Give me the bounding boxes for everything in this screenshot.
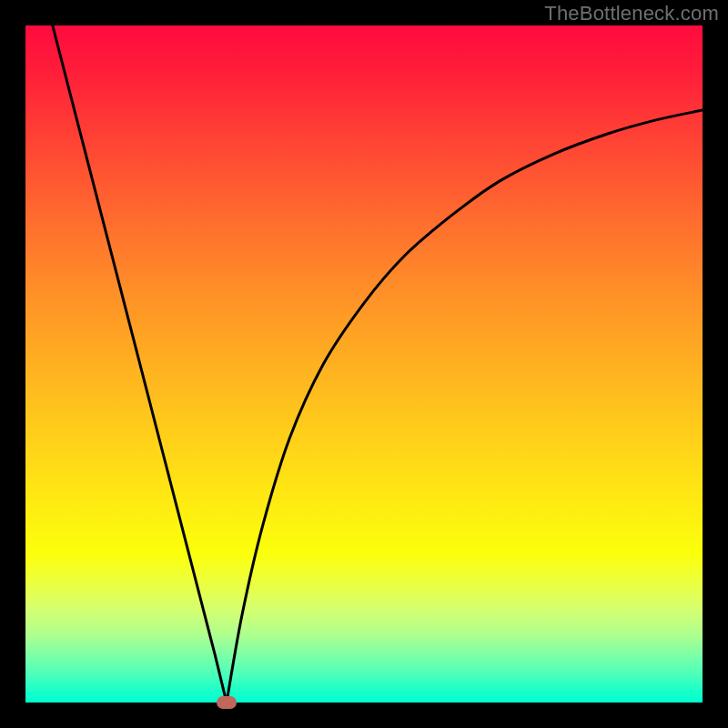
curve-left-branch	[53, 25, 227, 703]
curve-right-branch	[227, 110, 703, 703]
chart-frame: TheBottleneck.com	[0, 0, 728, 728]
curve-layer	[25, 25, 703, 703]
bottleneck-marker	[217, 696, 237, 709]
watermark-text: TheBottleneck.com	[544, 2, 719, 25]
